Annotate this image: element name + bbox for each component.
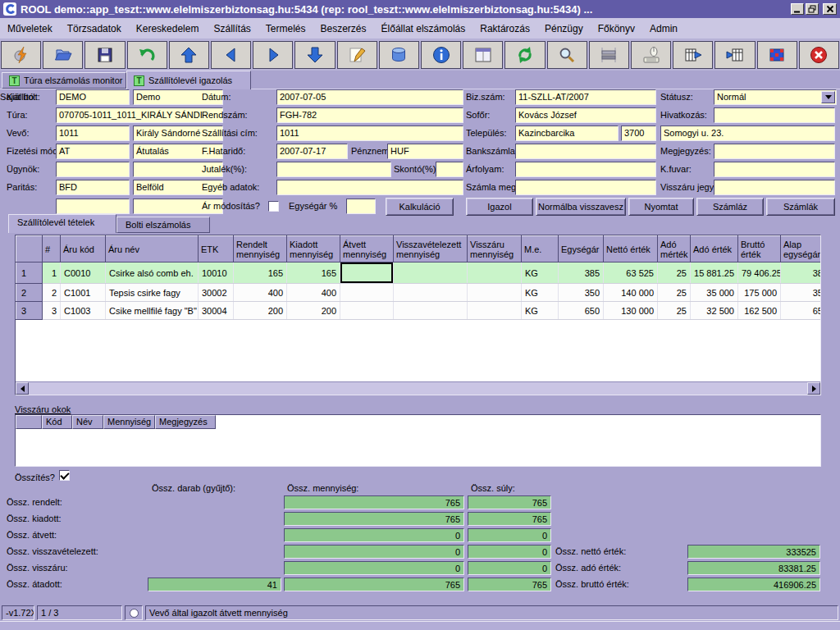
menu-item-admin[interactable]: Admin <box>642 19 685 39</box>
ugynok-code-field[interactable] <box>56 162 130 177</box>
row-selector[interactable]: 1 <box>16 262 43 284</box>
grid-cell[interactable]: 130 000 <box>604 302 658 320</box>
menu-item-beszerzes[interactable]: Beszerzés <box>313 19 374 39</box>
grid-icon[interactable] <box>757 41 797 69</box>
menu-item-torzsadatok[interactable]: Törzsadatok <box>60 19 129 39</box>
grid-cell[interactable]: 10010 <box>199 262 234 284</box>
sofor-field[interactable]: Kovács József <box>515 107 656 123</box>
megjegyzes-field[interactable] <box>714 144 835 159</box>
grid-cell[interactable]: 35 000 <box>691 284 738 302</box>
fhatarido-field[interactable]: 2007-07-17 <box>276 144 348 159</box>
kiallito-code-field[interactable]: DEMO <box>56 89 130 105</box>
scroll-left-button[interactable] <box>16 382 29 395</box>
menu-item-raktarozas[interactable]: Raktározás <box>472 19 537 39</box>
refresh-icon[interactable] <box>504 41 545 69</box>
grid-cell[interactable]: Csirke alsó comb eh. <box>106 262 199 284</box>
paritas-code-field[interactable]: BFD <box>56 180 130 195</box>
grid-cell[interactable]: 25 <box>658 262 691 284</box>
minimize-button[interactable] <box>791 3 804 15</box>
restore-button[interactable] <box>806 3 819 15</box>
telepules-field[interactable]: Kazincbarcika <box>515 126 619 141</box>
exit-icon[interactable] <box>799 41 839 69</box>
grid-cell[interactable] <box>394 262 468 284</box>
grid-cell[interactable] <box>394 302 468 320</box>
statusz-dropdown[interactable]: Normál <box>714 89 837 105</box>
menu-item-muveletek[interactable]: Műveletek <box>0 19 60 39</box>
menu-item-penzugy[interactable]: Pénzügy <box>537 19 591 39</box>
menu-item-kereskedelem[interactable]: Kereskedelem <box>129 19 207 39</box>
szallitasi-cim-field[interactable]: 1011 <box>276 126 463 141</box>
dropdown-arrow-icon[interactable] <box>821 91 835 103</box>
grid-cell[interactable]: C0010 <box>61 262 106 284</box>
grid-cell[interactable]: 200 <box>287 302 340 320</box>
search-icon[interactable] <box>547 41 587 69</box>
kalkulacio-button[interactable]: Kalkuláció <box>386 198 454 216</box>
grid-cell[interactable]: 140 000 <box>604 284 658 302</box>
visszaru-jegy-field[interactable] <box>714 180 835 195</box>
grid-cell[interactable]: Tepsis csirke fagy <box>106 284 199 302</box>
info-icon[interactable] <box>421 41 461 69</box>
grid-cell[interactable]: 400 <box>234 284 287 302</box>
grid-cell[interactable] <box>394 284 468 302</box>
grid-cell[interactable]: 650 <box>559 302 604 320</box>
grid-cell[interactable]: 650 <box>781 302 822 320</box>
menu-item-szallitas[interactable]: Szállítás <box>206 19 258 39</box>
grid-cell[interactable]: C1001 <box>61 284 106 302</box>
close-button[interactable] <box>823 3 837 15</box>
open-icon[interactable] <box>43 41 83 69</box>
run-icon[interactable] <box>1 41 41 69</box>
tab-szallitolevel-tetelek[interactable]: Szállítólevél tételek <box>8 214 116 233</box>
rendszam-field[interactable]: FGH-782 <box>276 107 463 123</box>
row-selector[interactable]: 2 <box>16 284 43 302</box>
penznem-field[interactable]: HUF <box>387 144 463 159</box>
grid-cell[interactable]: 350 <box>559 284 604 302</box>
datum-field[interactable]: 2007-07-05 <box>276 89 463 105</box>
next-record-icon[interactable] <box>253 41 293 69</box>
grid-cell[interactable]: 32 500 <box>691 302 738 320</box>
grid-cell[interactable]: 385 <box>781 262 822 284</box>
first-record-icon[interactable] <box>169 41 209 69</box>
ar-modositas-checkbox[interactable] <box>268 201 279 212</box>
grid-cell[interactable] <box>340 284 394 302</box>
normalba-visszavesz-button[interactable]: Normálba visszavesz <box>536 198 626 216</box>
grid-cell[interactable] <box>468 302 522 320</box>
menu-item-termeles[interactable]: Termelés <box>258 19 313 39</box>
grid-cell[interactable]: KG <box>522 302 559 320</box>
igazol-button[interactable]: Igazol <box>466 198 533 216</box>
grid-cell[interactable]: 63 525 <box>604 262 658 284</box>
hivatkozas-field[interactable] <box>714 107 835 123</box>
bizszam-field[interactable]: 11-SZLL-AT/2007 <box>515 89 656 105</box>
grid-cell[interactable]: 30004 <box>199 302 234 320</box>
sajat-bolt-code-field[interactable] <box>56 199 130 214</box>
fizetesi-mod-code-field[interactable]: AT <box>56 144 130 159</box>
grid-cell[interactable] <box>468 284 522 302</box>
grid-cell[interactable]: 175 000 <box>738 284 781 302</box>
grid-cell[interactable]: 30002 <box>199 284 234 302</box>
undo-icon[interactable] <box>127 41 167 69</box>
scroll-right-button[interactable] <box>807 382 820 395</box>
egyeb-adatok-field[interactable] <box>276 180 463 195</box>
grid-cell[interactable]: 15 881.25 <box>691 262 738 284</box>
grid-cell[interactable]: KG <box>522 284 559 302</box>
vevo-code-field[interactable]: 1011 <box>56 126 130 141</box>
tab-szallitolevel-igazolas[interactable]: TSzállítólevél igazolás <box>126 71 251 89</box>
grid-cell[interactable]: 350 <box>781 284 822 302</box>
grid-cell[interactable]: 3 <box>43 302 61 320</box>
szamlaz-button[interactable]: Számláz <box>696 198 764 216</box>
edit-icon[interactable] <box>337 41 377 69</box>
grid-cell[interactable]: 2 <box>43 284 61 302</box>
save-icon[interactable] <box>84 41 125 69</box>
database-icon[interactable] <box>379 41 419 69</box>
grid-cell[interactable] <box>468 262 522 284</box>
grid-cell[interactable]: 79 406.25 <box>738 262 781 284</box>
keyboard-mouse-icon[interactable] <box>631 41 671 69</box>
arfolyam-field[interactable] <box>515 162 656 177</box>
utca-field[interactable]: Somogyi u. 23. <box>660 126 835 141</box>
grid-cell[interactable]: Csike mellfilé fagy "B" <box>106 302 199 320</box>
grid-cell[interactable]: 165 <box>234 262 287 284</box>
kfuvar-field[interactable] <box>714 162 835 177</box>
bankszamla-field[interactable] <box>515 144 656 159</box>
window-icon[interactable] <box>463 41 503 69</box>
osszites-checkbox[interactable] <box>59 470 70 481</box>
row-selector[interactable]: 3 <box>16 302 43 320</box>
